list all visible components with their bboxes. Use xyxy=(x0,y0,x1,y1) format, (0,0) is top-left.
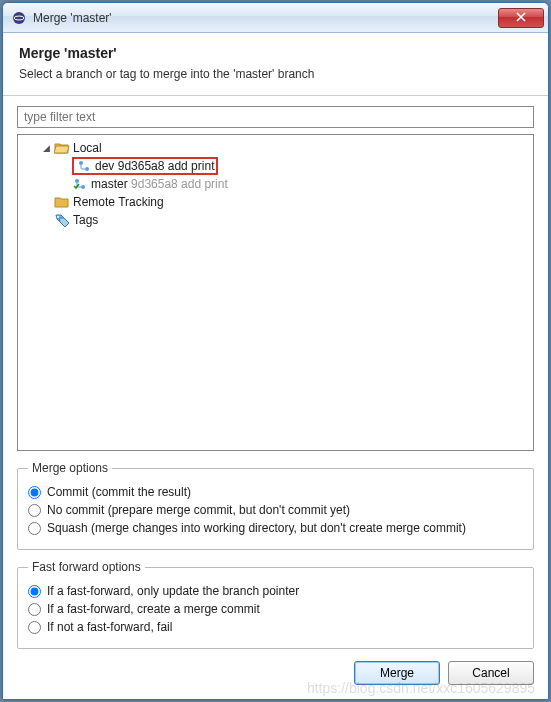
svg-point-3 xyxy=(85,167,89,171)
close-icon xyxy=(516,11,526,25)
ff-options-group: Fast forward options If a fast-forward, … xyxy=(17,560,534,649)
svg-point-5 xyxy=(81,185,85,189)
radio-commit-label: Commit (commit the result) xyxy=(47,485,191,499)
page-subtitle: Select a branch or tag to merge into the… xyxy=(19,67,532,81)
merge-options-legend: Merge options xyxy=(28,461,112,475)
branch-tree[interactable]: ◢ Local dev 9d365a8 add print xyxy=(17,134,534,451)
selection-highlight: dev 9d365a8 add print xyxy=(72,157,218,175)
collapse-icon[interactable]: ◢ xyxy=(40,142,52,154)
radio-squash[interactable] xyxy=(28,522,41,535)
ff-opt-fail[interactable]: If not a fast-forward, fail xyxy=(28,620,523,634)
titlebar[interactable]: Merge 'master' xyxy=(3,3,548,33)
header: Merge 'master' Select a branch or tag to… xyxy=(3,33,548,96)
branch-dev-name: dev xyxy=(95,159,114,173)
merge-opt-nocommit[interactable]: No commit (prepare merge commit, but don… xyxy=(28,503,523,517)
ff-options-legend: Fast forward options xyxy=(28,560,145,574)
branch-master-msg: add print xyxy=(181,177,228,191)
tree-node-tags[interactable]: Tags xyxy=(24,211,527,229)
branch-checked-icon xyxy=(72,176,88,192)
local-label: Local xyxy=(73,141,102,155)
svg-point-4 xyxy=(75,179,79,183)
radio-commit[interactable] xyxy=(28,486,41,499)
ff-opt-merge[interactable]: If a fast-forward, create a merge commit xyxy=(28,602,523,616)
expand-icon[interactable] xyxy=(40,196,52,208)
svg-point-0 xyxy=(13,12,25,24)
radio-ff-update[interactable] xyxy=(28,585,41,598)
radio-ff-merge-label: If a fast-forward, create a merge commit xyxy=(47,602,260,616)
remote-label: Remote Tracking xyxy=(73,195,164,209)
button-bar: Merge Cancel xyxy=(3,649,548,699)
body: ◢ Local dev 9d365a8 add print xyxy=(3,96,548,649)
ff-opt-update[interactable]: If a fast-forward, only update the branc… xyxy=(28,584,523,598)
tree-branch-master[interactable]: master 9d365a8 add print xyxy=(24,175,527,193)
close-button[interactable] xyxy=(498,8,544,28)
branch-dev-hash: 9d365a8 xyxy=(118,159,165,173)
tree-branch-dev[interactable]: dev 9d365a8 add print xyxy=(24,157,527,175)
merge-opt-commit[interactable]: Commit (commit the result) xyxy=(28,485,523,499)
filter-input[interactable] xyxy=(17,106,534,128)
window-title: Merge 'master' xyxy=(33,11,498,25)
branch-icon xyxy=(76,158,92,174)
merge-options-group: Merge options Commit (commit the result)… xyxy=(17,461,534,550)
branch-master-name: master xyxy=(91,177,128,191)
radio-nocommit-label: No commit (prepare merge commit, but don… xyxy=(47,503,350,517)
dialog-window: Merge 'master' Merge 'master' Select a b… xyxy=(2,2,549,700)
tags-label: Tags xyxy=(73,213,98,227)
merge-button[interactable]: Merge xyxy=(354,661,440,685)
folder-open-icon xyxy=(54,140,70,156)
tree-node-local[interactable]: ◢ Local xyxy=(24,139,527,157)
folder-icon xyxy=(54,194,70,210)
page-title: Merge 'master' xyxy=(19,45,532,61)
branch-master-hash: 9d365a8 xyxy=(131,177,178,191)
radio-squash-label: Squash (merge changes into working direc… xyxy=(47,521,466,535)
svg-point-2 xyxy=(79,161,83,165)
content: Merge 'master' Select a branch or tag to… xyxy=(3,33,548,699)
radio-nocommit[interactable] xyxy=(28,504,41,517)
radio-ff-merge[interactable] xyxy=(28,603,41,616)
eclipse-icon xyxy=(11,10,27,26)
radio-ff-update-label: If a fast-forward, only update the branc… xyxy=(47,584,299,598)
cancel-button[interactable]: Cancel xyxy=(448,661,534,685)
tree-node-remote[interactable]: Remote Tracking xyxy=(24,193,527,211)
merge-opt-squash[interactable]: Squash (merge changes into working direc… xyxy=(28,521,523,535)
radio-ff-fail-label: If not a fast-forward, fail xyxy=(47,620,172,634)
branch-dev-msg: add print xyxy=(168,159,215,173)
tags-icon xyxy=(54,212,70,228)
expand-icon[interactable] xyxy=(40,214,52,226)
radio-ff-fail[interactable] xyxy=(28,621,41,634)
